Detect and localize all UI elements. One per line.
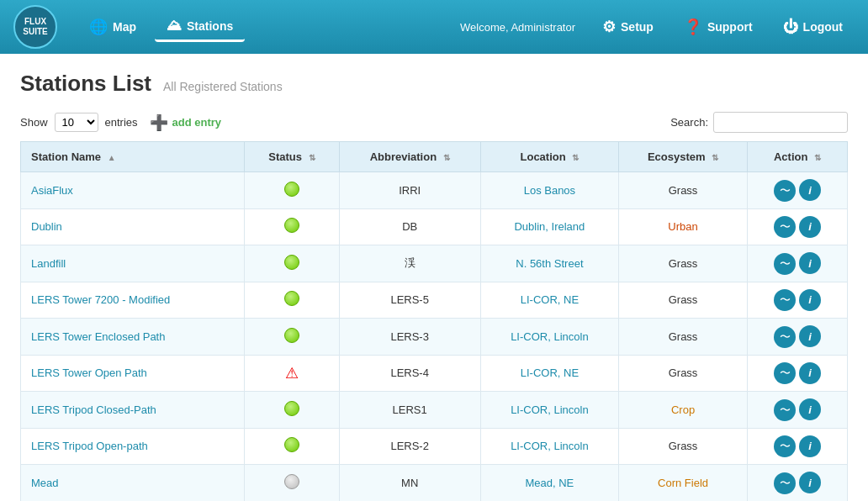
action-wave-button[interactable]: 〜 [774, 399, 796, 421]
station-location-cell[interactable]: Dublin, Ireland [480, 208, 618, 245]
action-wave-button[interactable]: 〜 [774, 435, 796, 457]
station-status-cell [245, 245, 339, 282]
search-input[interactable] [713, 112, 848, 133]
station-location-cell[interactable]: LI-COR, Lincoln [480, 428, 618, 465]
nav-stations[interactable]: ⛰ Stations [155, 12, 245, 42]
station-ecosystem-cell: Crop [619, 392, 748, 429]
table-row: DublinDBDublin, IrelandUrban〜i [21, 208, 848, 245]
action-info-button[interactable]: i [799, 325, 821, 347]
station-ecosystem-cell: Grass [619, 428, 748, 465]
station-location-cell[interactable]: Mead, NE [480, 465, 618, 502]
station-action-cell: 〜i [748, 208, 848, 245]
col-location[interactable]: Location ⇅ [480, 142, 618, 172]
station-abbreviation-cell: DB [339, 208, 480, 245]
logout-icon: ⏻ [783, 18, 798, 36]
station-name-cell[interactable]: LERS Tripod Open-path [21, 428, 245, 465]
action-wave-button[interactable]: 〜 [774, 362, 796, 384]
stations-table: Station Name ▲ Status ⇅ Abbreviation ⇅ L… [20, 141, 848, 501]
stations-icon: ⛰ [167, 17, 182, 34]
station-abbreviation-cell: 渓 [339, 245, 480, 282]
station-ecosystem-cell: Grass [619, 355, 748, 392]
nav-logout[interactable]: ⏻ Logout [771, 13, 855, 41]
station-status-cell [245, 319, 339, 356]
action-wave-button[interactable]: 〜 [774, 180, 796, 202]
action-wave-button[interactable]: 〜 [774, 326, 796, 348]
station-status-cell [245, 465, 339, 502]
station-location-cell[interactable]: LI-COR, NE [480, 282, 618, 319]
station-name-cell[interactable]: AsiaFlux [21, 172, 245, 209]
support-icon: ❓ [684, 18, 702, 36]
entries-label: entries [105, 116, 138, 129]
station-ecosystem-cell: Grass [619, 282, 748, 319]
action-info-button[interactable]: i [799, 435, 821, 457]
station-abbreviation-cell: LERS-3 [339, 319, 480, 356]
action-wave-button[interactable]: 〜 [774, 216, 796, 238]
col-status[interactable]: Status ⇅ [245, 142, 339, 172]
station-name-cell[interactable]: Landfill [21, 245, 245, 282]
action-wave-button[interactable]: 〜 [774, 472, 796, 494]
show-select[interactable]: 10 25 50 100 [55, 113, 98, 132]
status-green-dot [284, 401, 299, 416]
status-green-dot [284, 437, 299, 452]
logo-text: FLUXSUITE [23, 17, 47, 37]
station-status-cell [245, 172, 339, 209]
table-row: Landfill渓N. 56th StreetGrass〜i [21, 245, 848, 282]
table-row: LERS Tower Enclosed PathLERS-3LI-COR, Li… [21, 319, 848, 356]
action-wave-button[interactable]: 〜 [774, 253, 796, 275]
logo: FLUXSUITE [13, 5, 57, 49]
col-abbreviation[interactable]: Abbreviation ⇅ [339, 142, 480, 172]
add-entry-button[interactable]: ➕ add entry [150, 113, 222, 132]
station-ecosystem-cell: Urban [619, 208, 748, 245]
page-header: Stations List All Registered Stations [20, 71, 848, 97]
station-location-cell[interactable]: LI-COR, Lincoln [480, 392, 618, 429]
station-name-cell[interactable]: LERS Tower Open Path [21, 355, 245, 392]
table-row: LERS Tripod Open-pathLERS-2LI-COR, Linco… [21, 428, 848, 465]
nav-map[interactable]: 🌐 Map [77, 13, 148, 41]
nav-support-label: Support [707, 20, 753, 34]
table-row: LERS Tripod Closed-PathLERS1LI-COR, Linc… [21, 392, 848, 429]
station-abbreviation-cell: IRRI [339, 172, 480, 209]
station-action-cell: 〜i [748, 172, 848, 209]
col-ecosystem[interactable]: Ecosystem ⇅ [619, 142, 748, 172]
sort-name-icon: ▲ [108, 153, 116, 162]
action-info-button[interactable]: i [799, 398, 821, 420]
station-name-cell[interactable]: Mead [21, 465, 245, 502]
navbar: FLUXSUITE 🌐 Map ⛰ Stations Welcome, Admi… [0, 0, 868, 54]
col-name[interactable]: Station Name ▲ [21, 142, 245, 172]
nav-support[interactable]: ❓ Support [672, 13, 765, 41]
page-subtitle: All Registered Stations [163, 80, 283, 93]
status-gray-dot [284, 474, 299, 489]
action-info-button[interactable]: i [799, 289, 821, 311]
sort-location-icon: ⇅ [572, 153, 579, 162]
status-green-dot [284, 182, 299, 197]
action-info-button[interactable]: i [799, 362, 821, 384]
station-ecosystem-cell: Grass [619, 319, 748, 356]
station-action-cell: 〜i [748, 245, 848, 282]
station-location-cell[interactable]: LI-COR, NE [480, 355, 618, 392]
col-action[interactable]: Action ⇅ [748, 142, 848, 172]
station-location-cell[interactable]: N. 56th Street [480, 245, 618, 282]
station-name-cell[interactable]: LERS Tower 7200 - Modified [21, 282, 245, 319]
status-green-dot [284, 291, 299, 306]
sort-ecosystem-icon: ⇅ [712, 153, 718, 162]
action-info-button[interactable]: i [799, 472, 821, 493]
action-info-button[interactable]: i [799, 179, 821, 201]
station-name-cell[interactable]: Dublin [21, 208, 245, 245]
map-icon: 🌐 [89, 18, 108, 36]
action-info-button[interactable]: i [799, 216, 821, 238]
station-location-cell[interactable]: Los Banos [480, 172, 618, 209]
action-wave-button[interactable]: 〜 [774, 289, 796, 311]
station-abbreviation-cell: MN [339, 465, 480, 502]
station-status-cell [245, 392, 339, 429]
sort-action-icon: ⇅ [814, 153, 821, 162]
table-row: LERS Tower Open Path⚠LERS-4LI-COR, NEGra… [21, 355, 848, 392]
station-name-cell[interactable]: LERS Tripod Closed-Path [21, 392, 245, 429]
page-title: Stations List [20, 71, 151, 97]
action-info-button[interactable]: i [799, 252, 821, 274]
nav-setup[interactable]: ⚙ Setup [590, 13, 665, 41]
station-name-cell[interactable]: LERS Tower Enclosed Path [21, 319, 245, 356]
page-content: Stations List All Registered Stations Sh… [0, 54, 868, 501]
nav-welcome: Welcome, Administrator [460, 21, 575, 34]
station-location-cell[interactable]: LI-COR, Lincoln [480, 319, 618, 356]
station-abbreviation-cell: LERS1 [339, 392, 480, 429]
